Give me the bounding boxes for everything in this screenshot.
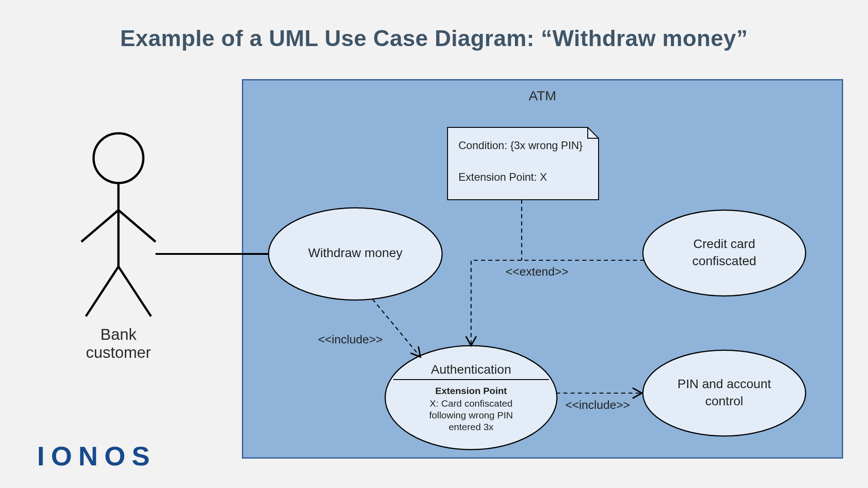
note-line2: Extension Point: X [458, 171, 547, 183]
brand-logo: IONOS [37, 441, 156, 472]
usecase-pincontrol-line1: PIN and account [677, 377, 771, 391]
usecase-auth-label: Authentication [431, 362, 511, 376]
usecase-authentication: Authentication Extension Point X: Card c… [385, 346, 557, 450]
usecase-confiscated: Credit card confiscated [643, 210, 806, 296]
usecase-confiscated-line1: Credit card [693, 237, 755, 251]
usecase-auth-ext-line1: X: Card confiscated [429, 398, 512, 408]
rel-include2-label: <<include>> [565, 398, 630, 412]
usecase-withdraw-label: Withdraw money [308, 246, 403, 260]
usecase-pincontrol: PIN and account control [643, 350, 806, 436]
rel-include1-label: <<include>> [318, 333, 382, 346]
usecase-auth-ext-heading: Extension Point [435, 385, 507, 396]
usecase-pincontrol-line2: control [705, 394, 743, 408]
usecase-auth-ext-line2: following wrong PIN [429, 410, 513, 420]
usecase-auth-ext-line3: entered 3x [448, 422, 494, 432]
rel-extend-label: <<extend>> [506, 265, 569, 278]
svg-point-7 [643, 210, 806, 296]
rel-include-withdraw-auth [373, 299, 420, 357]
extension-note: Condition: {3x wrong PIN} Extension Poin… [448, 127, 599, 200]
svg-point-8 [643, 350, 806, 436]
usecase-confiscated-line2: confiscated [692, 254, 756, 268]
note-line1: Condition: {3x wrong PIN} [458, 139, 583, 151]
usecase-withdraw: Withdraw money [269, 208, 442, 300]
diagram-canvas: Example of a UML Use Case Diagram: “With… [0, 0, 868, 488]
